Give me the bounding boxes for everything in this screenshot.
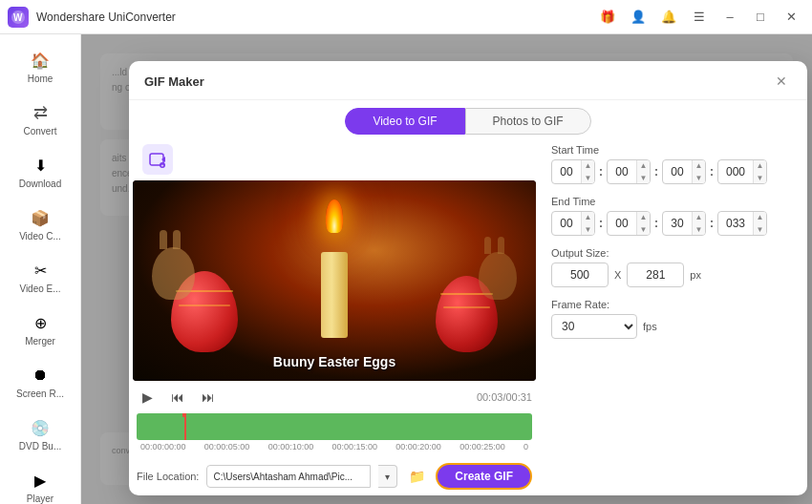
file-browse-button[interactable]: 📁 [405,465,428,488]
video-caption: Buuny Easter Eggs [273,354,395,369]
timeline[interactable] [137,413,532,440]
tab-photos-to-gif[interactable]: Photos to GIF [465,108,591,135]
modal-header: GIF Maker ✕ [129,61,807,100]
end-hour-spinner[interactable]: 00 ▲ ▼ [551,211,595,236]
home-icon: 🏠 [30,50,51,71]
fps-row: 15 20 24 30 60 fps [551,314,792,339]
end-time-label: End Time [551,196,792,207]
sidebar-item-video-compress[interactable]: 📦 Video C... [3,200,77,250]
size-x-separator: X [614,269,621,281]
sidebar-item-merger[interactable]: ⊕ Merger [3,304,77,355]
tab-video-to-gif[interactable]: Video to GIF [345,108,464,135]
maximize-button[interactable]: □ [747,4,774,31]
close-button[interactable]: ✕ [778,4,804,31]
modal-close-button[interactable]: ✕ [771,71,792,92]
sidebar-label-screen-rec: Screen R... [16,388,64,400]
sidebar-label-convert: Convert [23,126,56,137]
end-colon-2: : [654,217,658,230]
sidebar-item-convert[interactable]: ⇄ Convert [3,94,77,145]
start-second-spinner[interactable]: 00 ▲ ▼ [662,159,706,184]
sidebar-label-merger: Merger [25,336,55,347]
size-inputs: X px [551,262,792,287]
start-colon-3: : [710,165,714,178]
width-input[interactable] [551,262,609,287]
next-button[interactable]: ⏭ [198,387,219,408]
start-hour-up[interactable]: ▲ [581,159,594,172]
end-second-down[interactable]: ▼ [692,223,705,236]
end-ms-arrows: ▲ ▼ [753,211,766,236]
notification-icon[interactable]: 🔔 [655,4,682,31]
sidebar-label-video-compress: Video C... [19,231,61,242]
import-button[interactable]: + [142,144,173,175]
frame-rate-group: Frame Rate: 15 20 24 30 60 fps [551,299,792,339]
start-minute-up[interactable]: ▲ [636,159,650,172]
start-hour-down[interactable]: ▼ [581,172,594,184]
file-location-input[interactable] [206,465,371,488]
rabbit-right [479,252,517,300]
start-ms-up[interactable]: ▲ [753,159,766,172]
download-icon: ⬇ [30,155,51,176]
file-location-dropdown[interactable]: ▾ [378,465,397,488]
start-colon-1: : [599,165,603,178]
start-time-group: Start Time 00 ▲ ▼ : 00 [551,144,792,184]
video-section: + [129,144,540,495]
frame-rate-label: Frame Rate: [551,299,792,310]
time-mark-1: 00:00:05:00 [204,442,250,452]
sidebar-item-video-edit[interactable]: ✂ Video E... [3,252,77,303]
start-second-up[interactable]: ▲ [692,159,705,172]
title-bar-controls: 🎁 👤 🔔 ☰ – □ ✕ [594,4,804,31]
end-time-inputs: 00 ▲ ▼ : 00 ▲ ▼ [551,211,792,236]
sidebar-label-download: Download [19,178,61,190]
play-button[interactable]: ▶ [137,387,158,408]
end-hour-arrows: ▲ ▼ [581,211,594,236]
end-hour-up[interactable]: ▲ [581,211,594,223]
title-bar-left: W Wondershare UniConverter [8,7,176,28]
sidebar-item-home[interactable]: 🏠 Home [3,42,77,93]
gift-icon[interactable]: 🎁 [594,4,621,31]
menu-icon[interactable]: ☰ [686,4,713,31]
sidebar-item-download[interactable]: ⬇ Download [3,147,77,198]
end-second-up[interactable]: ▲ [692,211,705,223]
start-minute-down[interactable]: ▼ [636,172,650,184]
end-ms-up[interactable]: ▲ [753,211,766,223]
start-second-value: 00 [663,165,692,178]
video-header: + [129,144,540,180]
dvd-icon: 💿 [30,417,51,438]
create-gif-button[interactable]: Create GIF [436,463,532,490]
file-location-label: File Location: [137,471,199,482]
timeline-ruler: 00:00:00:00 00:00:05:00 00:00:10:00 00:0… [133,440,536,453]
start-second-down[interactable]: ▼ [692,172,705,184]
modal-title: GIF Maker [144,74,204,89]
end-hour-down[interactable]: ▼ [581,223,594,236]
profile-icon[interactable]: 👤 [625,4,652,31]
sidebar-item-screen-rec[interactable]: ⏺ Screen R... [3,357,77,408]
app-title: Wondershare UniConverter [36,10,176,24]
start-hour-spinner[interactable]: 00 ▲ ▼ [551,159,595,184]
prev-button[interactable]: ⏮ [167,387,188,408]
timeline-wrapper: 00:00:00:00 00:00:05:00 00:00:10:00 00:0… [133,413,536,453]
start-minute-spinner[interactable]: 00 ▲ ▼ [607,159,651,184]
start-colon-2: : [654,165,658,178]
merger-icon: ⊕ [30,312,51,333]
svg-text:+: + [161,162,164,168]
svg-text:W: W [13,12,23,23]
sidebar-item-player[interactable]: ▶ Player [3,462,77,504]
end-ms-down[interactable]: ▼ [753,223,766,236]
video-controls: ▶ ⏮ ⏭ 00:03/00:31 [129,381,540,413]
time-mark-0: 00:00:00:00 [140,442,186,452]
end-second-spinner[interactable]: 30 ▲ ▼ [662,211,706,236]
sidebar-item-dvd[interactable]: 💿 DVD Bu... [3,410,77,460]
sidebar-label-home: Home [28,74,53,85]
end-ms-spinner[interactable]: 033 ▲ ▼ [717,211,767,236]
minimize-button[interactable]: – [716,4,743,31]
start-ms-down[interactable]: ▼ [753,172,766,184]
fps-select[interactable]: 15 20 24 30 60 [551,314,637,339]
video-edit-icon: ✂ [30,260,51,281]
height-input[interactable] [627,262,684,287]
convert-icon: ⇄ [30,102,51,123]
start-ms-spinner[interactable]: 000 ▲ ▼ [717,159,767,184]
end-minute-spinner[interactable]: 00 ▲ ▼ [607,211,651,236]
end-minute-down[interactable]: ▼ [636,223,650,236]
end-minute-up[interactable]: ▲ [636,211,650,223]
main-layout: 🏠 Home ⇄ Convert ⬇ Download 📦 Video C...… [0,34,812,504]
